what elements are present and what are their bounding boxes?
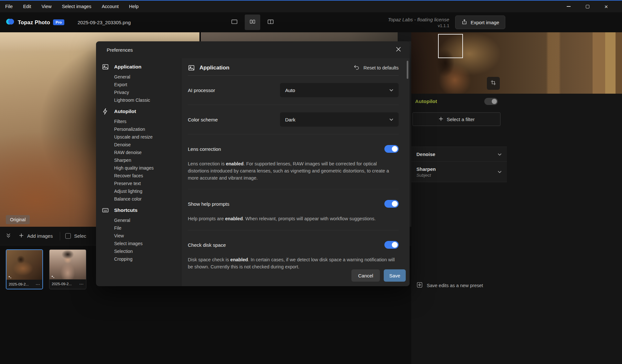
thumbnail-name: 2025-09-2... [9, 282, 34, 286]
toolbar-right: Topaz Labs - floating license v1.1.1 Exp… [388, 12, 505, 32]
thumbnail-image [49, 250, 86, 279]
thumbnail-item[interactable]: 2025-09-2... ⋯ [49, 249, 86, 289]
autopilot-icon [102, 108, 109, 115]
prefs-nav-group-autopilot: Autopilot Filters Personalization Upscal… [102, 105, 181, 203]
prefs-nav-group-shortcuts: Shortcuts General File View Select image… [102, 204, 181, 263]
image-strip [201, 32, 411, 41]
close-icon: × [604, 4, 608, 10]
navigator-viewport-rect[interactable] [438, 34, 463, 58]
minimize-button[interactable] [559, 1, 578, 12]
prefs-nav-item-adjust-lighting[interactable]: Adjust lighting [114, 187, 181, 195]
cancel-button[interactable]: Cancel [351, 269, 380, 282]
preferences-dialog: Preferences Application General Export P… [96, 41, 410, 286]
prefs-nav-application[interactable]: Application [102, 61, 181, 73]
prefs-nav-item-shortcuts-select-images[interactable]: Select images [114, 240, 181, 247]
prefs-nav-item-sharpen[interactable]: Sharpen [114, 156, 181, 164]
menu-edit[interactable]: Edit [18, 1, 36, 12]
prefs-nav-item-shortcuts-cropping[interactable]: Cropping [114, 255, 181, 263]
menu-account[interactable]: Account [97, 1, 124, 12]
dialog-close-button[interactable] [396, 47, 401, 53]
crop-button[interactable] [487, 77, 500, 90]
prefs-nav-group-label: Application [114, 63, 141, 70]
autopilot-label: Autopilot [415, 99, 437, 104]
menu-select-images[interactable]: Select images [57, 1, 97, 12]
license-text: Topaz Labs - floating license [388, 17, 449, 22]
select-value: Dark [285, 117, 295, 122]
thumbnail-more-button[interactable]: ⋯ [79, 282, 84, 286]
prefs-nav-item-shortcuts-file[interactable]: File [114, 224, 181, 232]
thumbnail-name: 2025-09-2... [52, 282, 78, 286]
right-panel: Autopilot Select a filter Denoise Sharpe… [411, 32, 622, 364]
menu-file[interactable]: File [0, 1, 18, 12]
prefs-nav-item-high-quality-images[interactable]: High quality images [114, 164, 181, 172]
save-button[interactable]: Save [384, 269, 406, 282]
prefs-nav: Application General Export Privacy Light… [96, 58, 181, 286]
shortcuts-icon [102, 207, 109, 214]
prefs-nav-item-filters[interactable]: Filters [114, 118, 181, 125]
add-images-button[interactable]: Add images [19, 233, 53, 239]
close-button[interactable]: × [597, 1, 616, 12]
maximize-button[interactable] [578, 1, 597, 12]
view-split-button[interactable] [263, 15, 278, 30]
menu-help[interactable]: Help [124, 1, 144, 12]
autopilot-row: Autopilot [411, 96, 507, 107]
save-preset-button[interactable]: Save edits as a new preset [416, 282, 483, 289]
prefs-nav-item-shortcuts-view[interactable]: View [114, 232, 181, 240]
autopilot-processed-icon [8, 275, 12, 280]
prefs-nav-item-general[interactable]: General [114, 73, 181, 81]
prefs-nav-item-recover-faces[interactable]: Recover faces [114, 172, 181, 180]
prefs-nav-autopilot[interactable]: Autopilot [102, 105, 181, 118]
close-icon [396, 47, 401, 53]
color-scheme-select[interactable]: Dark [280, 112, 399, 127]
thumbnail-label-bar: 2025-09-2... ⋯ [6, 280, 42, 289]
export-image-button[interactable]: Export image [455, 16, 505, 29]
thumbnail-more-button[interactable]: ⋯ [36, 282, 40, 286]
view-mode-switcher [227, 15, 278, 30]
autopilot-toggle[interactable] [484, 98, 498, 105]
setting-color-scheme: Color scheme Dark [188, 105, 399, 134]
preview-navigator[interactable] [411, 32, 622, 94]
prefs-nav-item-preserve-text[interactable]: Preserve text [114, 180, 181, 187]
prefs-nav-item-export[interactable]: Export [114, 81, 181, 88]
reset-to-defaults-button[interactable]: Reset to defaults [353, 64, 399, 71]
single-view-icon [231, 18, 238, 26]
setting-label: AI processor [188, 88, 215, 93]
window-controls: × [559, 1, 616, 12]
setting-label: Show help prompts [188, 201, 229, 207]
prefs-section-header: Application Reset to defaults [188, 60, 399, 76]
pro-badge: Pro [53, 19, 64, 25]
prefs-nav-item-shortcuts-selection[interactable]: Selection [114, 247, 181, 255]
thumbnail-item[interactable]: 2025-09-2... ⋯ [6, 249, 43, 289]
view-side-by-side-button[interactable] [245, 15, 260, 30]
prefs-nav-group-label: Shortcuts [114, 207, 137, 214]
collapse-panel-button[interactable] [5, 232, 12, 240]
dialog-scrollbar[interactable] [407, 61, 408, 79]
ai-processor-select[interactable]: Auto [280, 83, 399, 97]
select-filter-button[interactable]: Select a filter [413, 112, 500, 126]
prefs-nav-item-raw-denoise[interactable]: RAW denoise [114, 149, 181, 156]
filter-sharpen[interactable]: Sharpen Subject [411, 161, 507, 182]
toolbar-separator [60, 232, 60, 240]
prefs-nav-item-denoise[interactable]: Denoise [114, 141, 181, 149]
prefs-nav-group-application: Application General Export Privacy Light… [102, 61, 181, 104]
view-single-button[interactable] [227, 15, 242, 30]
prefs-nav-item-upscale-and-resize[interactable]: Upscale and resize [114, 133, 181, 141]
filter-denoise[interactable]: Denoise [411, 147, 507, 161]
window-titlebar: File Edit View Select images Account Hel… [0, 0, 622, 12]
prefs-nav-item-lightroom-classic[interactable]: Lightroom Classic [114, 96, 181, 104]
prefs-nav-item-personalization[interactable]: Personalization [114, 125, 181, 133]
setting-description: Disk space check is enabled. In certain … [188, 256, 399, 271]
select-value: Auto [285, 88, 295, 93]
lens-correction-toggle[interactable] [384, 145, 399, 153]
prefs-nav-item-shortcuts-general[interactable]: General [114, 216, 181, 224]
prefs-nav-group-label: Autopilot [114, 108, 136, 115]
plus-icon [19, 233, 24, 239]
show-help-prompts-toggle[interactable] [384, 200, 399, 208]
prefs-nav-item-privacy[interactable]: Privacy [114, 88, 181, 96]
prefs-nav-shortcuts[interactable]: Shortcuts [102, 204, 181, 216]
prefs-nav-item-balance-color[interactable]: Balance color [114, 195, 181, 203]
menu-view[interactable]: View [36, 1, 57, 12]
check-disk-space-toggle[interactable] [384, 241, 399, 249]
select-all-checkbox[interactable] [65, 233, 71, 239]
crop-icon [490, 80, 496, 87]
